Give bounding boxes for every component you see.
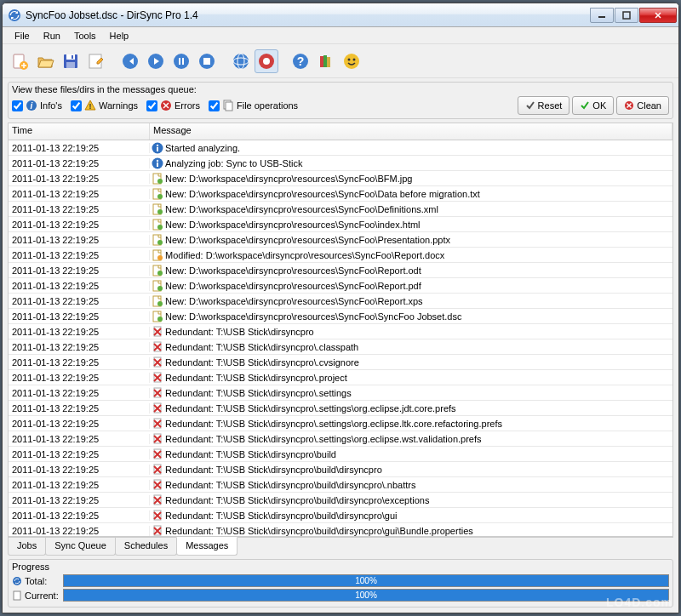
svg-rect-25	[323, 55, 327, 67]
save-button[interactable]	[59, 49, 83, 73]
table-row[interactable]: 2011-01-13 22:19:25Redundant: T:\USB Sti…	[9, 493, 672, 508]
ok-button[interactable]: OK	[572, 96, 614, 115]
table-row[interactable]: 2011-01-13 22:19:25Analyzing job: Sync t…	[9, 156, 672, 171]
table-row[interactable]: 2011-01-13 22:19:25New: D:\workspace\dir…	[9, 278, 672, 294]
table-row[interactable]: 2011-01-13 22:19:25Redundant: T:\USB Sti…	[9, 477, 672, 493]
cell-time: 2011-01-13 22:19:25	[9, 189, 150, 199]
open-button[interactable]	[33, 49, 57, 73]
svg-rect-1	[598, 16, 605, 18]
table-row[interactable]: 2011-01-13 22:19:25Redundant: T:\USB Sti…	[9, 523, 672, 536]
table-row[interactable]: 2011-01-13 22:19:25Redundant: T:\USB Sti…	[9, 385, 672, 401]
messages-table: Time Message 2011-01-13 22:19:25Started …	[8, 123, 673, 537]
tab-schedules[interactable]: Schedules	[115, 538, 177, 556]
stop-button[interactable]	[195, 49, 219, 73]
table-row[interactable]: 2011-01-13 22:19:25Redundant: T:\USB Sti…	[9, 416, 672, 431]
table-row[interactable]: 2011-01-13 22:19:25Redundant: T:\USB Sti…	[9, 431, 672, 447]
cell-time: 2011-01-13 22:19:25	[9, 250, 150, 260]
svg-rect-7	[66, 62, 75, 68]
app-icon	[8, 9, 21, 22]
settings-button[interactable]	[255, 49, 278, 73]
help-button[interactable]: ?	[289, 49, 312, 73]
fileops-checkbox[interactable]	[209, 100, 220, 111]
filter-errors[interactable]: Errors	[146, 100, 200, 111]
pause-button[interactable]	[169, 49, 193, 73]
table-body[interactable]: 2011-01-13 22:19:25Started analyzing.201…	[9, 140, 672, 536]
table-row[interactable]: 2011-01-13 22:19:25Redundant: T:\USB Sti…	[9, 447, 672, 462]
minimize-button[interactable]	[590, 8, 614, 23]
svg-point-46	[157, 194, 163, 199]
filter-infos[interactable]: i Info's	[12, 100, 62, 111]
globe-button[interactable]	[229, 49, 253, 73]
info-large-icon	[152, 142, 163, 154]
watermark: LO4D.com	[606, 596, 672, 609]
cell-message: New: D:\workspace\dirsyncpro\resources\S…	[150, 280, 672, 292]
table-row[interactable]: 2011-01-13 22:19:25New: D:\workspace\dir…	[9, 232, 672, 248]
file-new-icon	[152, 234, 163, 246]
cell-message: Redundant: T:\USB Stick\dirsyncpro\build	[150, 448, 672, 460]
table-row[interactable]: 2011-01-13 22:19:25New: D:\workspace\dir…	[9, 186, 672, 202]
new-button[interactable]	[8, 49, 31, 73]
total-progressbar: 100%	[63, 574, 669, 587]
smiley-button[interactable]	[340, 49, 363, 73]
tab-jobs[interactable]: Jobs	[8, 538, 46, 556]
cell-time: 2011-01-13 22:19:25	[9, 342, 150, 352]
cell-message: Redundant: T:\USB Stick\dirsyncpro\.sett…	[150, 433, 672, 445]
clean-button[interactable]: Clean	[616, 96, 669, 115]
table-row[interactable]: 2011-01-13 22:19:25Redundant: T:\USB Sti…	[9, 324, 672, 339]
svg-point-12	[174, 54, 189, 69]
cell-message: New: D:\workspace\dirsyncpro\resources\S…	[150, 173, 672, 185]
col-message[interactable]: Message	[150, 123, 672, 140]
table-row[interactable]: 2011-01-13 22:19:25Redundant: T:\USB Sti…	[9, 339, 672, 355]
menu-file[interactable]: File	[8, 29, 37, 43]
table-row[interactable]: 2011-01-13 22:19:25New: D:\workspace\dir…	[9, 217, 672, 232]
play-button[interactable]	[144, 49, 168, 73]
cell-time: 2011-01-13 22:19:25	[9, 403, 150, 414]
table-row[interactable]: 2011-01-13 22:19:25New: D:\workspace\dir…	[9, 263, 672, 278]
redundant-icon	[152, 525, 163, 537]
filter-fileops[interactable]: File operations	[209, 100, 298, 111]
tab-syncqueue[interactable]: Sync Queue	[45, 538, 116, 556]
col-time[interactable]: Time	[9, 123, 150, 140]
filter-warnings[interactable]: ! Warnings	[71, 100, 138, 111]
table-row[interactable]: 2011-01-13 22:19:25Redundant: T:\USB Sti…	[9, 370, 672, 385]
svg-point-58	[157, 286, 163, 291]
menubar: File Run Tools Help	[3, 27, 678, 44]
progress-title: Progress	[12, 562, 669, 572]
app-window: SyncFoo Jobset.dsc - DirSync Pro 1.4 Fil…	[2, 3, 679, 613]
table-row[interactable]: 2011-01-13 22:19:25Redundant: T:\USB Sti…	[9, 508, 672, 523]
infos-checkbox[interactable]	[12, 100, 23, 111]
books-button[interactable]	[314, 49, 338, 73]
table-row[interactable]: 2011-01-13 22:19:25Modified: D:\workspac…	[9, 248, 672, 263]
tab-messages[interactable]: Messages	[176, 537, 237, 556]
table-row[interactable]: 2011-01-13 22:19:25Redundant: T:\USB Sti…	[9, 462, 672, 477]
table-row[interactable]: 2011-01-13 22:19:25Started analyzing.	[9, 140, 672, 156]
filter-panel: View these files/dirs in the messages qu…	[8, 82, 673, 119]
reset-button[interactable]: Reset	[518, 96, 570, 115]
titlebar[interactable]: SyncFoo Jobset.dsc - DirSync Pro 1.4	[3, 3, 678, 27]
warnings-checkbox[interactable]	[71, 100, 82, 111]
table-row[interactable]: 2011-01-13 22:19:25New: D:\workspace\dir…	[9, 171, 672, 186]
cell-message: Redundant: T:\USB Stick\dirsyncpro\build…	[150, 510, 672, 522]
maximize-button[interactable]	[615, 8, 638, 23]
edit-button[interactable]	[84, 49, 108, 73]
file-new-icon	[152, 295, 163, 307]
menu-tools[interactable]: Tools	[67, 29, 103, 43]
cell-message: Redundant: T:\USB Stick\dirsyncpro\build…	[150, 479, 672, 491]
menu-run[interactable]: Run	[37, 29, 67, 43]
cell-time: 2011-01-13 22:19:25	[9, 296, 150, 306]
skip-back-button[interactable]	[118, 49, 142, 73]
table-row[interactable]: 2011-01-13 22:19:25Redundant: T:\USB Sti…	[9, 401, 672, 416]
svg-text:!: !	[89, 102, 91, 111]
menu-help[interactable]: Help	[103, 29, 136, 43]
svg-point-62	[157, 317, 163, 322]
file-new-icon	[152, 265, 163, 277]
svg-rect-2	[623, 12, 630, 19]
table-row[interactable]: 2011-01-13 22:19:25Redundant: T:\USB Sti…	[9, 355, 672, 370]
table-row[interactable]: 2011-01-13 22:19:25New: D:\workspace\dir…	[9, 309, 672, 324]
table-row[interactable]: 2011-01-13 22:19:25New: D:\workspace\dir…	[9, 202, 672, 217]
table-row[interactable]: 2011-01-13 22:19:25New: D:\workspace\dir…	[9, 294, 672, 309]
cell-time: 2011-01-13 22:19:25	[9, 388, 150, 398]
errors-checkbox[interactable]	[146, 100, 157, 111]
cell-message: New: D:\workspace\dirsyncpro\resources\S…	[150, 234, 672, 246]
close-button[interactable]	[639, 8, 677, 23]
